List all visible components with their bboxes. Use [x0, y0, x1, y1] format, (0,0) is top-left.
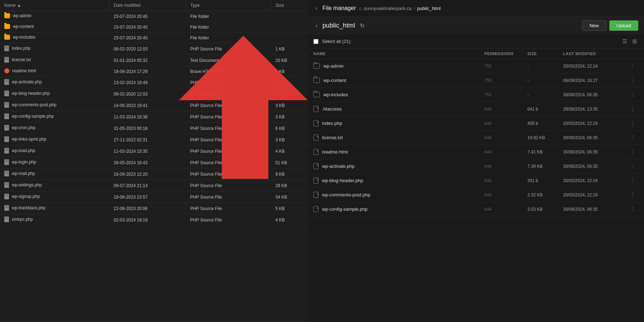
col-actions-header	[628, 52, 638, 56]
file-size: 405 b	[527, 121, 563, 126]
file-date: 16-09-2023 12:20	[109, 169, 186, 180]
file-type: PHP Source File	[186, 214, 271, 226]
breadcrumb-domain[interactable]: sunnyvaletrailerpark.ca	[364, 6, 412, 11]
file-menu-button[interactable]: ⋮	[628, 120, 638, 127]
file-type: Brave HTML Docu...	[186, 66, 271, 77]
file-date: 02-03-2024 19:19	[109, 214, 186, 226]
list-item[interactable]: wp-comments-post.php 644 2.32 KB 20/03/2…	[308, 188, 644, 202]
file-date: 13-02-2024 19:49	[109, 77, 186, 88]
list-item[interactable]: readme.html 644 7.41 KB 30/08/2024, 06:3…	[308, 145, 644, 159]
file-icon	[4, 171, 9, 176]
file-type: PHP Source File	[186, 88, 271, 100]
table-row[interactable]: wp-settings.php 09-07-2024 21:13 PHP Sou…	[0, 180, 308, 191]
col-modified-header[interactable]: LAST MODIFIED	[563, 52, 628, 56]
file-menu-button[interactable]: ⋮	[628, 91, 638, 98]
table-row[interactable]: wp-content 23-07-2024 20:45 File folder	[0, 22, 308, 33]
table-row[interactable]: wp-mail.php 16-09-2023 12:20 PHP Source …	[0, 169, 308, 180]
table-row[interactable]: wp-signup.php 19-06-2023 23:57 PHP Sourc…	[0, 191, 308, 203]
file-date: 22-06-2023 20:06	[109, 203, 186, 214]
folder-icon	[4, 35, 10, 40]
file-permissions: 644	[484, 150, 527, 155]
list-item[interactable]: wp-config-sample.php 644 3.03 KB 30/08/2…	[308, 202, 644, 216]
file-date: 18-06-2024 17:29	[109, 66, 186, 77]
table-row[interactable]: index.php 06-02-2020 12:03 PHP Source Fi…	[0, 43, 308, 55]
file-type: PHP Source File	[186, 169, 271, 180]
table-row[interactable]: readme.html 18-06-2024 17:29 Brave HTML …	[0, 66, 308, 77]
file-type: PHP Source File	[186, 157, 271, 169]
grid-view-button[interactable]: ⊞	[631, 37, 638, 45]
col-size-header[interactable]: SIZE	[527, 52, 563, 56]
table-row[interactable]: wp-activate.php 13-02-2024 19:49 PHP Sou…	[0, 77, 308, 88]
file-name: wp-includes	[323, 92, 348, 97]
folder-back-button[interactable]: ‹	[313, 22, 319, 30]
file-size: 1 KB	[271, 88, 308, 100]
table-row[interactable]: wp-admin 23-07-2024 20:45 File folder	[0, 11, 308, 22]
list-item[interactable]: .htaccess 644 641 b 28/08/2024, 13:35 ⋮	[308, 102, 644, 116]
file-date: 23-07-2024 20:45	[109, 33, 186, 43]
file-menu-button[interactable]: ⋮	[628, 106, 638, 112]
new-button[interactable]: New	[582, 20, 606, 31]
toolbar-left: ‹ public_html ↻	[313, 21, 367, 30]
file-name: readme.html	[12, 68, 36, 73]
table-row[interactable]: wp-trackback.php 22-06-2023 20:06 PHP So…	[0, 203, 308, 214]
table-row[interactable]: wp-links-opml.php 27-11-2022 02:31 PHP S…	[0, 134, 308, 146]
folder-icon-sm	[313, 92, 320, 97]
file-name-cell: .htaccess	[313, 106, 484, 112]
table-row[interactable]: wp-login.php 28-05-2024 16:43 PHP Source…	[0, 157, 308, 169]
col-permissions-header[interactable]: PERMISSIONS	[484, 52, 527, 56]
table-row[interactable]: wp-config-sample.php 11-03-2024 19:38 PH…	[0, 111, 308, 123]
file-name: wp-activate.php	[12, 79, 42, 84]
nav-back-button[interactable]: ‹	[313, 4, 319, 12]
table-row[interactable]: wp-includes 23-07-2024 20:45 File folder	[0, 33, 308, 43]
list-item[interactable]: license.txt 644 19.92 KB 30/08/2024, 06:…	[308, 131, 644, 145]
list-item[interactable]: wp-admin 755 - 20/03/2024, 22:24 ⋮	[308, 59, 644, 73]
file-date: 23-07-2024 20:45	[109, 11, 186, 22]
file-size: 4 KB	[271, 146, 308, 157]
col-size[interactable]: Size	[271, 0, 308, 11]
file-size: 2.32 KB	[527, 192, 563, 197]
refresh-button[interactable]: ↻	[358, 21, 367, 30]
list-item[interactable]: wp-content 755 - 06/09/2024, 16:27 ⋮	[308, 73, 644, 88]
list-item[interactable]: wp-blog-header.php 644 351 b 20/03/2024,…	[308, 174, 644, 188]
file-name-cell: wp-content	[313, 78, 484, 83]
file-menu-button[interactable]: ⋮	[628, 134, 638, 141]
file-menu-button[interactable]: ⋮	[628, 77, 638, 84]
breadcrumb-current: public_html	[417, 6, 441, 11]
file-menu-button[interactable]: ⋮	[628, 163, 638, 170]
table-row[interactable]: wp-comments-post.php 14-06-2023 19:41 PH…	[0, 100, 308, 111]
list-item[interactable]: index.php 644 405 b 20/03/2024, 22:24 ⋮	[308, 116, 644, 131]
breadcrumb: ⌂ sunnyvaletrailerpark.ca / public_html	[359, 6, 441, 11]
file-menu-button[interactable]: ⋮	[628, 63, 638, 69]
file-menu-button[interactable]: ⋮	[628, 191, 638, 198]
select-all-checkbox[interactable]	[313, 39, 318, 44]
toolbar: ‹ public_html ↻ New Upload	[308, 17, 644, 34]
file-size: 3.03 KB	[527, 207, 563, 212]
file-size: 51 KB	[271, 157, 308, 169]
file-menu-button[interactable]: ⋮	[628, 206, 638, 213]
file-icon	[4, 148, 9, 153]
col-type[interactable]: Type	[186, 0, 271, 11]
table-row[interactable]: wp-load.php 11-03-2024 15:35 PHP Source …	[0, 146, 308, 157]
file-icon	[4, 159, 9, 165]
table-row[interactable]: wp-blog-header.php 06-02-2020 12:03 PHP …	[0, 88, 308, 100]
file-type: PHP Source File	[186, 180, 271, 191]
file-name: wp-includes	[13, 35, 35, 40]
file-name: wp-trackback.php	[12, 205, 45, 210]
file-name: wp-login.php	[12, 160, 36, 165]
col-name[interactable]: Name ▲	[0, 0, 109, 11]
file-menu-button[interactable]: ⋮	[628, 177, 638, 184]
file-menu-button[interactable]: ⋮	[628, 148, 638, 155]
file-permissions: 644	[484, 178, 527, 183]
list-item[interactable]: wp-includes 755 - 30/08/2024, 06:35 ⋮	[308, 88, 644, 102]
file-icon	[4, 125, 9, 131]
col-name-header[interactable]: NAME	[313, 52, 484, 56]
col-date[interactable]: Date modified	[109, 0, 186, 11]
table-row[interactable]: license.txt 01-01-2024 05:32 Text Docume…	[0, 55, 308, 66]
list-item[interactable]: wp-activate.php 644 7.39 KB 30/08/2024, …	[308, 159, 644, 174]
table-row[interactable]: wp-cron.php 31-05-2023 00:18 PHP Source …	[0, 123, 308, 134]
upload-button[interactable]: Upload	[609, 20, 638, 31]
table-row[interactable]: xmlrpc.php 02-03-2024 19:19 PHP Source F…	[0, 214, 308, 226]
file-modified: 20/03/2024, 22:24	[563, 121, 628, 126]
list-view-button[interactable]: ☰	[621, 37, 629, 45]
file-size: 29 KB	[271, 180, 308, 191]
